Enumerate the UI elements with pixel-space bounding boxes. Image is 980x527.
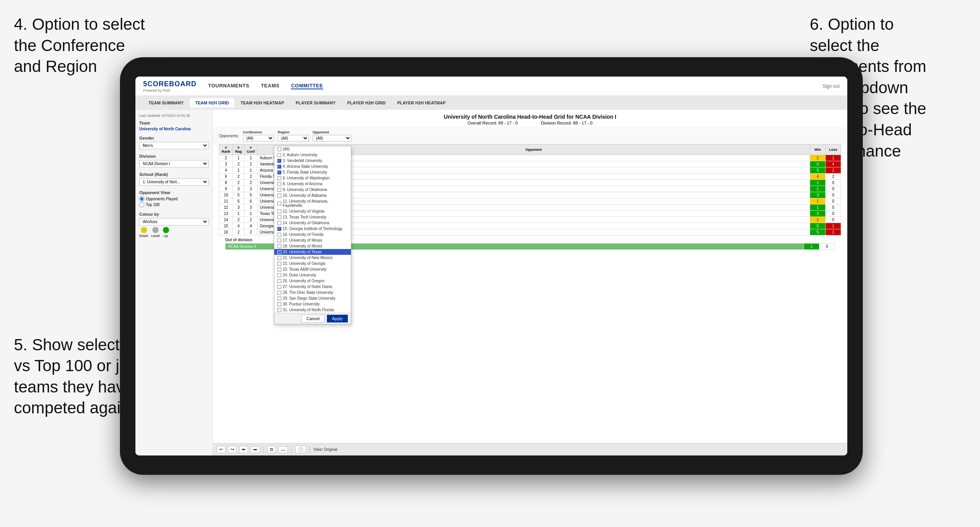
checkbox-auburn[interactable] xyxy=(277,153,281,157)
nav-signout[interactable]: Sign out xyxy=(823,84,840,89)
checkbox-north-florida[interactable] xyxy=(277,308,281,312)
subnav-team-summary[interactable]: TEAM SUMMARY xyxy=(143,98,189,107)
dropdown-item-florida[interactable]: 16. University of Florida xyxy=(274,232,351,237)
subnav-player-h2h-heatmap[interactable]: PLAYER H2H HEATMAP xyxy=(392,98,451,107)
dropdown-item-georgia[interactable]: 22. University of Georgia xyxy=(274,261,351,266)
dropdown-item-north-florida[interactable]: 31. University of North Florida xyxy=(274,307,351,313)
checkbox-georgia-tech[interactable]: ✓ xyxy=(277,227,281,231)
toolbar-undo[interactable]: ↩ xyxy=(217,446,226,453)
logo-sub: Powered by Fluid xyxy=(143,89,197,92)
col-loss: Loss xyxy=(826,145,841,155)
checkbox-florida-state[interactable]: ✓ xyxy=(277,171,281,174)
checkbox-san-diego[interactable] xyxy=(277,297,281,300)
apply-button[interactable]: Apply xyxy=(327,315,348,322)
checkbox-new-mexico[interactable] xyxy=(277,256,281,260)
gender-select[interactable]: Men's xyxy=(139,142,209,149)
checkbox-texas[interactable]: ✓ xyxy=(277,250,281,254)
dropdown-item-texas[interactable]: ✓ 20. University of Texas xyxy=(274,249,351,255)
checkbox-oregon[interactable] xyxy=(277,279,281,283)
dropdown-item-all[interactable]: (All) xyxy=(274,146,351,152)
cell-rank: 2 xyxy=(219,155,233,161)
toolbar-copy[interactable]: ⧉ xyxy=(267,446,276,453)
checkbox-alabama[interactable] xyxy=(277,194,281,198)
region-filter-select[interactable]: (All) xyxy=(278,135,309,142)
dropdown-item-ohio-state[interactable]: 28. The Ohio State University xyxy=(274,290,351,295)
toolbar-dash[interactable]: — xyxy=(278,446,288,453)
toolbar-redo[interactable]: ↪ xyxy=(228,446,237,453)
dropdown-item-arizona[interactable]: 8. University of Arizona xyxy=(274,181,351,187)
region-filter-group: Region (All) xyxy=(278,130,309,142)
subnav-team-h2h-heatmap[interactable]: TEAM H2H HEATMAP xyxy=(235,98,289,107)
subnav-team-h2h-grid[interactable]: TEAM H2H GRID xyxy=(190,98,234,107)
radio-top100[interactable]: Top 100 xyxy=(139,202,209,207)
checkbox-florida[interactable] xyxy=(277,233,281,237)
checkbox-illinois2[interactable] xyxy=(277,244,281,248)
checkbox-all[interactable] xyxy=(277,147,281,151)
checkbox-oklahoma[interactable] xyxy=(277,221,281,225)
subnav-player-summary[interactable]: PLAYER SUMMARY xyxy=(290,98,341,107)
dropdown-item-auburn[interactable]: 2. Auburn University xyxy=(274,152,351,158)
checkbox-texas-tech[interactable] xyxy=(277,215,281,219)
radio-opponents-played[interactable]: Opponents Played xyxy=(139,196,209,201)
dropdown-item-notre-dame[interactable]: 27. University of Notre Dame xyxy=(274,284,351,290)
dropdown-item-florida-state[interactable]: ✓ 5. Florida State University xyxy=(274,169,351,175)
cancel-button[interactable]: Cancel xyxy=(301,315,325,322)
checkbox-washington[interactable] xyxy=(277,176,281,180)
cell-loss: 0 xyxy=(826,180,841,186)
dropdown-item-texas-am[interactable]: 23. Texas A&M University xyxy=(274,266,351,272)
dropdown-item-new-mexico[interactable]: 21. University of New Mexico xyxy=(274,255,351,261)
dropdown-item-alabama[interactable]: 10. University of Alabama xyxy=(274,193,351,198)
conference-filter-select[interactable]: (All) xyxy=(243,135,274,142)
dropdown-item-illinois[interactable]: 17. University of Illinois xyxy=(274,237,351,243)
dropdown-item-texas-tech[interactable]: 13. Texas Tech University xyxy=(274,214,351,220)
checkbox-arizona-state[interactable]: ✓ xyxy=(277,165,281,169)
cell-loss: 1 xyxy=(826,223,841,229)
dropdown-item-oklahoma[interactable]: 14. University of Oklahoma xyxy=(274,220,351,226)
nav-tournaments[interactable]: TOURNAMENTS xyxy=(208,83,249,89)
dropdown-item-oklahoma2[interactable]: 9. University of Oklahoma xyxy=(274,187,351,193)
toolbar-forward[interactable]: ⮕ xyxy=(250,446,260,453)
checkbox-oklahoma2[interactable] xyxy=(277,188,281,192)
dropdown-item-illinois2[interactable]: 18. University of Illinois xyxy=(274,243,351,249)
cell-rank: 12 xyxy=(219,205,233,211)
cell-conf: 2 xyxy=(245,161,258,167)
dropdown-item-arkansas[interactable]: 11. University of Arkansas, Fayetteville xyxy=(274,198,351,208)
dropdown-item-washington[interactable]: 6. University of Washington xyxy=(274,175,351,181)
dropdown-item-virginia[interactable]: 12. University of Virginia xyxy=(274,208,351,214)
checkbox-arkansas[interactable] xyxy=(277,201,281,205)
toolbar-clock[interactable]: 🕐 xyxy=(295,446,306,453)
cell-loss: 1 xyxy=(826,167,841,174)
cell-rag: 2 xyxy=(233,174,245,180)
radio-top100-input[interactable] xyxy=(139,202,144,207)
dropdown-item-oregon[interactable]: 25. University of Oregon xyxy=(274,278,351,284)
nav-teams[interactable]: TEAMS xyxy=(261,83,279,89)
checkbox-notre-dame[interactable] xyxy=(277,285,281,289)
checkbox-arizona[interactable] xyxy=(277,182,281,186)
checkbox-duke[interactable] xyxy=(277,273,281,277)
checkbox-virginia[interactable] xyxy=(277,210,281,213)
toolbar-back[interactable]: ⬅ xyxy=(239,446,248,453)
cell-win: 1 xyxy=(810,180,826,186)
dropdown-item-duke[interactable]: 24. Duke University xyxy=(274,272,351,278)
logo-text: 5COREBOARD xyxy=(143,80,197,88)
checkbox-texas-am[interactable] xyxy=(277,268,281,271)
checkbox-purdue[interactable] xyxy=(277,302,281,306)
dropdown-item-vanderbilt[interactable]: ✓ 3. Vanderbilt University xyxy=(274,158,351,164)
dropdown-item-purdue[interactable]: 30. Purdue University xyxy=(274,301,351,307)
dropdown-item-georgia-tech[interactable]: ✓ 15. Georgia Institute of Technology xyxy=(274,226,351,232)
checkbox-georgia[interactable] xyxy=(277,262,281,266)
dropdown-item-san-diego[interactable]: 29. San Diego State University xyxy=(274,295,351,301)
checkbox-ohio-state[interactable] xyxy=(277,291,281,295)
nav-committee[interactable]: COMMITTEE xyxy=(291,83,323,89)
checkbox-vanderbilt[interactable]: ✓ xyxy=(277,159,281,163)
colour-select[interactable]: Win/loss xyxy=(139,218,209,225)
school-select[interactable]: 1. University of Nort... xyxy=(139,178,209,186)
opponent-dropdown[interactable]: (All) 2. Auburn University ✓ 3. Vanderbi… xyxy=(274,146,351,324)
legend-up-label: Up xyxy=(164,234,168,238)
dropdown-item-arizona-state[interactable]: ✓ 4. Arizona State University xyxy=(274,164,351,169)
division-select[interactable]: NCAA Division I xyxy=(139,160,209,167)
opponent-filter-select[interactable]: (All) xyxy=(313,135,351,142)
subnav-player-h2h-grid[interactable]: PLAYER H2H GRID xyxy=(342,98,391,107)
radio-opponents-played-input[interactable] xyxy=(139,196,144,201)
checkbox-illinois[interactable] xyxy=(277,239,281,242)
